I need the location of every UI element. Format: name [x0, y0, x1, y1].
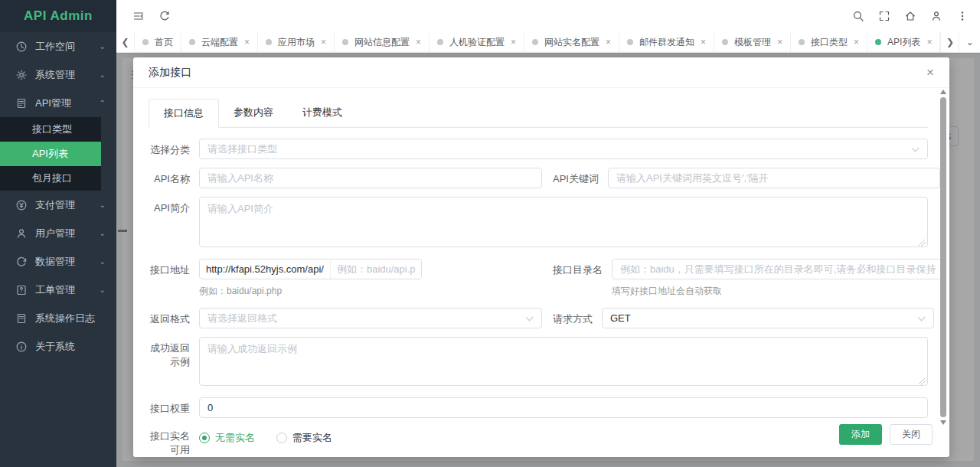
- api-dir-input[interactable]: [612, 259, 944, 279]
- form-row-name-keywords: API名称 API关键词: [149, 168, 928, 188]
- api-intro-textarea[interactable]: [199, 197, 928, 247]
- close-button[interactable]: 关闭: [890, 424, 933, 445]
- request-method-select[interactable]: GET: [602, 308, 934, 328]
- sidebar-item-label: 支付管理: [35, 198, 100, 212]
- chevron-down-icon: ⌄: [100, 42, 106, 51]
- close-tab-icon[interactable]: ×: [511, 37, 516, 47]
- field-label: API关键词: [542, 168, 608, 186]
- sidebar-item-label: 工作空间: [35, 40, 100, 54]
- sidebar-item-api-list[interactable]: API列表: [0, 142, 101, 166]
- tab-label: 网站实名配置: [544, 36, 599, 49]
- close-tab-icon[interactable]: ×: [416, 37, 421, 47]
- tab-dot: [799, 39, 805, 45]
- radio-need-realname[interactable]: 需要实名: [276, 431, 332, 445]
- category-select[interactable]: 请选择接口类型: [199, 139, 928, 159]
- search-icon[interactable]: [845, 0, 871, 32]
- document-icon: [15, 97, 28, 109]
- sidebar-item-interface-type[interactable]: 接口类型: [0, 117, 101, 142]
- user-menu-icon[interactable]: [923, 0, 949, 32]
- sidebar-item-tickets[interactable]: 工单管理 ⌄: [0, 276, 116, 304]
- tab-site-info-config[interactable]: 网站信息配置×: [335, 32, 430, 52]
- weight-input[interactable]: [199, 397, 928, 418]
- top-header: [116, 0, 980, 32]
- tabs-menu-icon[interactable]: ⌄: [959, 32, 980, 52]
- radio-label: 无需实名: [215, 431, 255, 445]
- tab-label: 应用市场: [278, 36, 315, 49]
- success-example-textarea[interactable]: [199, 337, 928, 386]
- user-icon: [15, 227, 28, 240]
- tab-dot: [142, 39, 149, 45]
- radio-label: 需要实名: [292, 431, 332, 445]
- refresh-icon[interactable]: [152, 0, 178, 32]
- form-row-url-dir: 接口地址 http://kfapi.52hyjs.com/api/ 例如：bai…: [149, 259, 928, 298]
- chevron-down-icon: ⌄: [100, 257, 106, 266]
- radio-no-realname[interactable]: 无需实名: [199, 431, 255, 445]
- api-url-input[interactable]: [331, 260, 421, 279]
- tab-api-list[interactable]: API列表×: [867, 32, 940, 52]
- form-row-realname: 接口实名可用 无需实名 需要实名: [149, 426, 928, 456]
- api-url-hint: 例如：baidu/api.php: [199, 285, 542, 298]
- tab-interface-type[interactable]: 接口类型×: [791, 32, 867, 52]
- tab-mail-notify[interactable]: 邮件群发通知×: [619, 32, 714, 52]
- home-icon[interactable]: [897, 0, 923, 32]
- close-tab-icon[interactable]: ×: [777, 37, 782, 47]
- tab-home[interactable]: 首页: [135, 32, 181, 52]
- add-interface-dialog: 添加接口 × 接口信息 参数内容 计费模式 选择分类 请选择接口类型 API名称…: [133, 57, 949, 457]
- return-format-select[interactable]: 请选择返回格式: [199, 308, 542, 328]
- sidebar-item-workspace[interactable]: 工作空间 ⌄: [0, 32, 116, 60]
- close-tab-icon[interactable]: ×: [701, 37, 706, 47]
- tab-label: 人机验证配置: [449, 36, 505, 49]
- sidebar-item-label: 工单管理: [35, 283, 100, 297]
- api-name-input[interactable]: [199, 168, 542, 188]
- data-icon: [15, 256, 28, 268]
- sidebar-submenu-api: 接口类型 API列表 包月接口: [0, 117, 101, 191]
- sidebar-item-label: 关于系统: [35, 340, 106, 354]
- field-label: 接口实名可用: [149, 426, 199, 456]
- sidebar-item-api[interactable]: API管理 ⌃: [0, 89, 116, 117]
- close-tab-icon[interactable]: ×: [854, 37, 859, 47]
- tab-billing-mode[interactable]: 计费模式: [288, 99, 357, 127]
- tabs-scroll-left-icon[interactable]: ❮: [116, 32, 135, 52]
- tab-interface-info[interactable]: 接口信息: [149, 99, 219, 128]
- collapse-sidebar-icon[interactable]: [126, 0, 152, 32]
- close-tab-icon[interactable]: ×: [606, 37, 611, 47]
- sidebar-item-about[interactable]: 关于系统: [0, 332, 116, 361]
- tab-captcha-config[interactable]: 人机验证配置×: [430, 32, 524, 52]
- add-button[interactable]: 添加: [839, 424, 882, 445]
- tab-label: 邮件群发通知: [639, 36, 694, 49]
- tab-app-market[interactable]: 应用市场×: [258, 32, 335, 52]
- close-tab-icon[interactable]: ×: [926, 37, 932, 47]
- sidebar-item-payment[interactable]: 支付管理 ⌄: [0, 191, 116, 219]
- tab-label: API列表: [887, 36, 920, 49]
- scrollbar-thumb[interactable]: [940, 97, 946, 417]
- api-keywords-input[interactable]: [608, 168, 940, 188]
- field-label: 接口目录名: [542, 259, 612, 277]
- field-label: 成功返回示例: [149, 337, 199, 368]
- sidebar-item-operation-log[interactable]: 系统操作日志: [0, 304, 116, 332]
- select-value: GET: [610, 312, 631, 324]
- sidebar-item-monthly-interface[interactable]: 包月接口: [0, 166, 101, 191]
- fullscreen-icon[interactable]: [871, 0, 897, 32]
- more-menu-icon[interactable]: [949, 0, 975, 32]
- tab-cloud-config[interactable]: 云端配置×: [181, 32, 258, 52]
- close-tab-icon[interactable]: ×: [244, 37, 250, 47]
- scroll-up-icon[interactable]: [940, 90, 946, 94]
- field-label: API简介: [149, 197, 199, 215]
- sidebar: API Admin 工作空间 ⌄ 系统管理 ⌄ API管理 ⌃ 接口类型 API…: [0, 0, 116, 467]
- select-placeholder: 请选择返回格式: [207, 312, 277, 325]
- close-tab-icon[interactable]: ×: [321, 37, 326, 47]
- close-icon[interactable]: ×: [926, 66, 934, 79]
- tab-dot: [342, 39, 348, 45]
- tab-template-manage[interactable]: 模板管理×: [714, 32, 791, 52]
- sidebar-item-users[interactable]: 用户管理 ⌄: [0, 219, 116, 247]
- dialog-scrollbar[interactable]: [939, 90, 948, 425]
- sidebar-item-system[interactable]: 系统管理 ⌄: [0, 60, 116, 89]
- sidebar-item-label: API管理: [35, 96, 100, 110]
- tabs-scroll-right-icon[interactable]: ❯: [940, 32, 959, 52]
- sidebar-item-data[interactable]: 数据管理 ⌄: [0, 247, 116, 276]
- tab-parameter-content[interactable]: 参数内容: [219, 99, 288, 127]
- tab-label: 接口类型: [811, 36, 848, 49]
- scroll-down-icon[interactable]: [940, 420, 946, 425]
- sidebar-item-label: 系统管理: [35, 68, 100, 82]
- tab-site-realname-config[interactable]: 网站实名配置×: [524, 32, 619, 52]
